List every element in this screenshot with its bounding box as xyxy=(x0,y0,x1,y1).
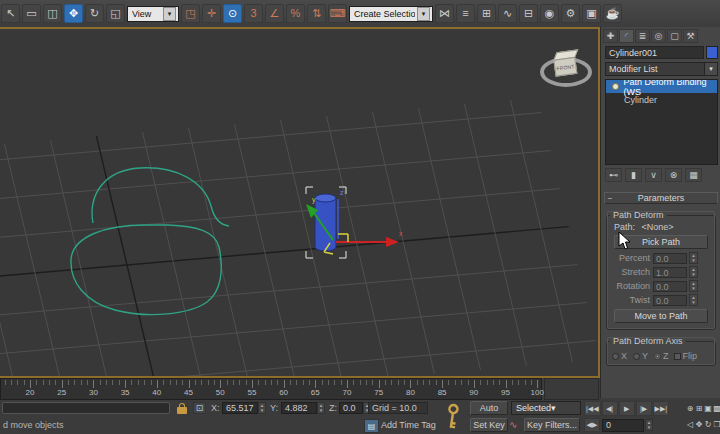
zoom-all-icon[interactable]: ⊞ xyxy=(695,401,703,416)
modifier-bulb-icon[interactable] xyxy=(612,83,619,90)
y-coord-label: Y: xyxy=(270,403,278,413)
tab-display[interactable]: ▢ xyxy=(667,29,682,43)
pin-stack-button[interactable]: ⊷ xyxy=(605,168,622,182)
go-to-end-button[interactable]: ▶▶| xyxy=(653,401,670,416)
zoom-icon[interactable]: ⊕ xyxy=(686,401,694,416)
trackbar-frame-label: 50 xyxy=(216,388,225,397)
object-color-swatch[interactable] xyxy=(706,46,718,59)
rollout-collapse-icon[interactable]: − xyxy=(605,194,615,203)
tab-modify[interactable]: ◜ xyxy=(619,29,634,43)
frame-spinner[interactable]: ▴▾ xyxy=(645,419,653,431)
set-key-button[interactable]: Set Key xyxy=(470,418,508,432)
y-coord-field[interactable]: 4.882 xyxy=(281,402,317,414)
remove-modifier-button[interactable]: ⊗ xyxy=(665,168,682,182)
x-coord-field[interactable]: 65.517 xyxy=(222,402,258,414)
stack-item-path-deform-binding[interactable]: Path Deform Binding (WS xyxy=(606,80,717,93)
trackbar-tick xyxy=(112,380,113,385)
modifier-list-arrow-icon[interactable]: ▾ xyxy=(705,62,718,76)
default-in-out-tangents-icon[interactable]: ∿ xyxy=(509,419,517,430)
path-spline-loop[interactable] xyxy=(71,225,221,315)
trackbar-ruler[interactable]: 20253035404550556065707580859095100 xyxy=(0,378,542,400)
render-setup-icon[interactable]: ⚙ xyxy=(561,4,580,23)
make-unique-button[interactable]: ∨ xyxy=(645,168,662,182)
use-center-icon[interactable]: ◳ xyxy=(181,4,200,23)
axis-z-radio[interactable]: Z xyxy=(654,351,669,361)
viewcube-front-face[interactable]: FRONT xyxy=(553,57,577,77)
selection-lock-icon[interactable] xyxy=(177,403,188,414)
named-selection-set-dropdown[interactable]: Create Selection Se ▾ xyxy=(349,6,433,22)
mirror-icon[interactable]: ⋈ xyxy=(435,4,454,23)
render-production-icon[interactable]: ☕ xyxy=(603,4,622,23)
path-spline-upper[interactable] xyxy=(92,168,229,226)
schematic-view-icon[interactable]: ⊟ xyxy=(519,4,538,23)
object-name-field[interactable]: Cylinder001 xyxy=(605,46,704,59)
spinner-arrows[interactable]: ▴▾ xyxy=(689,294,698,306)
go-to-start-button[interactable]: |◀◀ xyxy=(584,401,601,416)
parameters-rollout-header[interactable]: − Parameters xyxy=(604,192,718,204)
trackbar-tick xyxy=(537,380,538,388)
modifier-list-dropdown[interactable]: Modifier List xyxy=(605,62,705,76)
flip-checkbox[interactable]: Flip xyxy=(674,351,698,361)
perspective-viewport[interactable]: x y z FRONT xyxy=(0,27,600,378)
viewcube[interactable]: FRONT xyxy=(538,45,598,95)
tab-hierarchy[interactable]: ≣ xyxy=(635,29,650,43)
key-mode-toggle[interactable]: ◀▶ xyxy=(584,418,600,432)
curve-editor-icon[interactable]: ∿ xyxy=(498,4,517,23)
spinner-arrows[interactable]: ▴▾ xyxy=(689,280,698,292)
rendered-frame-icon[interactable]: ▣ xyxy=(582,4,601,23)
trackbar-tick xyxy=(233,380,234,385)
rollout-title: Parameters xyxy=(615,193,707,203)
axis-y-radio[interactable]: Y xyxy=(633,351,648,361)
configure-modifier-sets-button[interactable]: ▦ xyxy=(685,168,702,182)
previous-frame-button[interactable]: ◀| xyxy=(602,401,618,416)
window-crossing-icon[interactable]: ◫ xyxy=(43,4,62,23)
time-tag-icon[interactable]: ▤ xyxy=(364,419,379,433)
spinner-arrows[interactable]: ▴▾ xyxy=(689,252,698,264)
percent-snap-icon[interactable]: % xyxy=(286,4,305,23)
zoom-extents-icon[interactable]: ▣ xyxy=(704,401,712,416)
z-coord-field[interactable]: 0.0 xyxy=(339,402,363,414)
key-filters-button[interactable]: Key Filters... xyxy=(524,418,580,432)
maxscript-mini-listener[interactable] xyxy=(2,402,170,414)
tab-create[interactable]: ✚ xyxy=(603,29,618,43)
snap-3d-icon[interactable]: 3 xyxy=(244,4,263,23)
spinner-arrows[interactable]: ▴▾ xyxy=(689,266,698,278)
keyboard-override-icon[interactable]: ⌨ xyxy=(328,4,347,23)
move-to-path-button[interactable]: Move to Path xyxy=(614,309,708,323)
axis-x-radio[interactable]: X xyxy=(612,351,627,361)
tab-utilities[interactable]: ⚒ xyxy=(683,29,698,43)
cylinder-object[interactable] xyxy=(315,194,336,251)
zoom-extents-all-icon[interactable]: ▩ xyxy=(713,401,720,416)
select-and-scale-icon[interactable]: ◱ xyxy=(106,4,125,23)
rect-selection-region-icon[interactable]: ▭ xyxy=(22,4,41,23)
material-editor-icon[interactable]: ◉ xyxy=(540,4,559,23)
play-button[interactable]: ▶ xyxy=(619,401,635,416)
select-object-icon[interactable]: ↖ xyxy=(1,4,20,23)
viewcube-cube[interactable]: FRONT xyxy=(552,49,581,78)
y-coord-spinner[interactable]: ▴▾ xyxy=(317,402,325,414)
key-filter-selected-dropdown[interactable]: Selected ▾ xyxy=(511,401,581,415)
align-icon[interactable]: ≡ xyxy=(456,4,475,23)
next-frame-button[interactable]: |▶ xyxy=(636,401,652,416)
reference-coordinate-dropdown[interactable]: View ▾ xyxy=(127,6,179,22)
absolute-offset-toggle-icon[interactable]: ⊡ xyxy=(193,402,206,414)
pan-icon[interactable]: ✥ xyxy=(695,417,703,432)
angle-snap-icon[interactable]: ∠ xyxy=(265,4,284,23)
select-and-rotate-icon[interactable]: ↻ xyxy=(85,4,104,23)
x-coord-spinner[interactable]: ▴▾ xyxy=(258,402,266,414)
select-and-move-icon[interactable]: ✥ xyxy=(64,4,83,23)
layer-manager-icon[interactable]: ⊞ xyxy=(477,4,496,23)
fov-icon[interactable]: ◁ xyxy=(686,417,694,432)
orbit-icon[interactable]: ↻ xyxy=(704,417,712,432)
select-and-manipulate-icon[interactable]: ✛ xyxy=(202,4,221,23)
maximize-viewport-icon[interactable]: ❒ xyxy=(713,417,720,432)
twist-spinner: Twist 0.0 ▴▾ xyxy=(610,293,712,307)
snaps-toggle-icon[interactable]: ⊙ xyxy=(223,4,242,23)
tab-motion[interactable]: ◎ xyxy=(651,29,666,43)
current-frame-field[interactable]: 0 xyxy=(602,419,644,432)
add-time-tag-label[interactable]: Add Time Tag xyxy=(381,420,436,430)
show-end-result-button[interactable]: ▮ xyxy=(625,168,642,182)
set-keys-key-icon[interactable] xyxy=(438,402,466,432)
spinner-snap-icon[interactable]: ⇅ xyxy=(307,4,326,23)
auto-key-button[interactable]: Auto Key xyxy=(470,401,508,415)
